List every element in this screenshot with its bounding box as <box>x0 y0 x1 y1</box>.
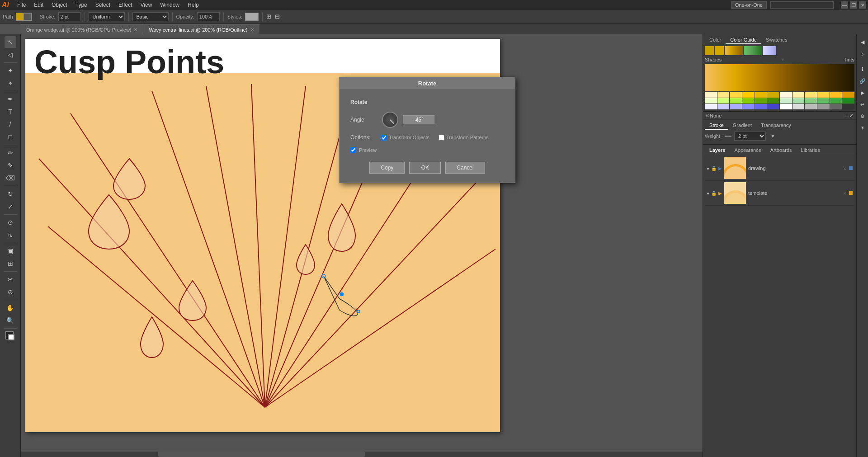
fill-stroke-indicator[interactable] <box>5 330 16 342</box>
color-cell[interactable] <box>742 92 755 98</box>
loop-icon[interactable]: ↩ <box>858 99 868 109</box>
gradient-tool[interactable]: ▣ <box>5 245 16 257</box>
type-tool[interactable]: T <box>5 106 16 118</box>
menu-type[interactable]: Type <box>72 1 91 9</box>
stroke-dash-select[interactable]: Basic <box>132 12 169 21</box>
color-cell[interactable] <box>742 98 755 104</box>
menu-select[interactable]: Select <box>92 1 114 9</box>
layer-visibility-template[interactable]: ● <box>707 191 709 196</box>
color-cell[interactable] <box>717 104 730 109</box>
eraser-tool[interactable]: ⌫ <box>5 172 16 184</box>
stroke-type-select[interactable]: Uniform <box>89 12 125 21</box>
align-button[interactable]: ⊟ <box>275 13 280 20</box>
color-cell[interactable] <box>830 92 842 98</box>
rect-tool[interactable]: □ <box>5 131 16 143</box>
color-cell[interactable] <box>730 98 742 104</box>
layer-lock-drawing[interactable]: 🔓 <box>711 166 717 171</box>
magic-wand-tool[interactable]: ✦ <box>5 65 16 76</box>
tab-gradient[interactable]: Gradient <box>728 122 756 130</box>
tab-color-guide[interactable]: Color Guide <box>726 36 761 44</box>
tab-swatches[interactable]: Swatches <box>761 36 792 44</box>
settings-icon[interactable]: ⚙ <box>858 111 868 121</box>
maximize-button[interactable]: ❐ <box>850 1 857 9</box>
eyedropper-tool[interactable]: ⊙ <box>5 217 16 228</box>
menu-effect[interactable]: Effect <box>115 1 136 9</box>
color-cell[interactable] <box>767 104 779 109</box>
pen-tool[interactable]: ✒ <box>5 93 16 105</box>
color-gradient-bar[interactable] <box>705 64 854 91</box>
tab-1-close[interactable]: ✕ <box>250 27 254 32</box>
menu-object[interactable]: Object <box>48 1 71 9</box>
layer-drawing[interactable]: ● 🔓 ▶ drawing ○ <box>705 156 854 181</box>
swatch-gold[interactable] <box>705 46 714 55</box>
color-cell[interactable] <box>767 98 779 104</box>
transform-button[interactable]: ⊞ <box>266 13 271 20</box>
color-cell[interactable] <box>842 104 854 109</box>
stroke-color[interactable] <box>23 13 32 21</box>
layer-visibility-drawing[interactable]: ● <box>707 166 709 171</box>
blend-tool[interactable]: ∿ <box>5 229 16 241</box>
search-input[interactable] <box>770 1 834 9</box>
info-icon[interactable]: ℹ <box>858 64 868 74</box>
tab-color[interactable]: Color <box>705 36 726 44</box>
color-cell[interactable] <box>780 92 792 98</box>
scale-tool[interactable]: ⤢ <box>5 201 16 212</box>
panel-collapse-icon[interactable]: ◀ <box>858 37 868 47</box>
menu-file[interactable]: File <box>14 1 29 9</box>
color-cell[interactable] <box>755 98 767 104</box>
copy-button[interactable]: Copy <box>369 162 405 174</box>
color-spectrum[interactable] <box>725 46 743 55</box>
tab-layers[interactable]: Layers <box>705 146 730 154</box>
color-cell[interactable] <box>717 98 730 104</box>
color-cell[interactable] <box>805 92 817 98</box>
layer-expand-drawing[interactable]: ▶ <box>718 166 722 171</box>
color-cell[interactable] <box>817 104 830 109</box>
stroke-width-input[interactable] <box>58 12 81 21</box>
angle-dial[interactable] <box>382 112 398 128</box>
color-cell[interactable] <box>842 98 854 104</box>
workspace-button[interactable]: One-on-One <box>731 1 767 9</box>
cancel-button[interactable]: Cancel <box>445 162 485 174</box>
color-cell[interactable] <box>817 98 830 104</box>
color-cell[interactable] <box>830 104 842 109</box>
layer-target-template[interactable]: ○ <box>844 191 846 196</box>
close-button[interactable]: ✕ <box>859 1 866 9</box>
slice-tool[interactable]: ⊘ <box>5 286 16 298</box>
tab-transparency[interactable]: Transparency <box>756 122 796 130</box>
tab-0[interactable]: Orange wedge.ai @ 200% (RGB/GPU Preview)… <box>21 24 143 34</box>
zoom-tool[interactable]: 🔍 <box>5 315 16 326</box>
link-icon[interactable]: 🔗 <box>858 76 868 86</box>
color-cell[interactable] <box>805 104 817 109</box>
menu-window[interactable]: Window <box>156 1 183 9</box>
lasso-tool[interactable]: ⌖ <box>5 77 16 89</box>
color-cell[interactable] <box>842 92 854 98</box>
panel-menu-icon[interactable]: ≡ <box>845 113 848 118</box>
swatch-1[interactable] <box>715 46 724 55</box>
color-cell[interactable] <box>705 92 717 98</box>
color-cell[interactable] <box>817 92 830 98</box>
color-cell[interactable] <box>755 92 767 98</box>
brush-tool[interactable]: ✏ <box>5 147 16 159</box>
tab-0-close[interactable]: ✕ <box>134 27 137 32</box>
scissors-tool[interactable]: ✂ <box>5 273 16 285</box>
layer-template[interactable]: ● 🔒 ▶ template ○ <box>705 181 854 206</box>
color-cell[interactable] <box>780 98 792 104</box>
color-spectrum-green[interactable] <box>744 46 762 55</box>
color-cell[interactable] <box>767 92 779 98</box>
color-cell[interactable] <box>755 104 767 109</box>
tab-stroke[interactable]: Stroke <box>705 122 728 130</box>
menu-edit[interactable]: Edit <box>30 1 47 9</box>
select-tool[interactable]: ↖ <box>5 36 16 48</box>
color-cell[interactable] <box>793 92 805 98</box>
menu-view[interactable]: View <box>137 1 156 9</box>
ok-button[interactable]: OK <box>409 162 441 174</box>
tab-artboards[interactable]: Artboards <box>766 146 797 154</box>
horizontal-scrollbar[interactable] <box>21 452 709 457</box>
color-cell[interactable] <box>705 104 717 109</box>
panel-expand-icon[interactable]: ▷ <box>858 49 868 59</box>
rotate-tool[interactable]: ↻ <box>5 188 16 200</box>
color-cell[interactable] <box>793 104 805 109</box>
stroke-weight-dropdown[interactable]: ▼ <box>770 133 775 139</box>
color-cell[interactable] <box>742 104 755 109</box>
color-spectrum-blue[interactable] <box>763 46 776 55</box>
